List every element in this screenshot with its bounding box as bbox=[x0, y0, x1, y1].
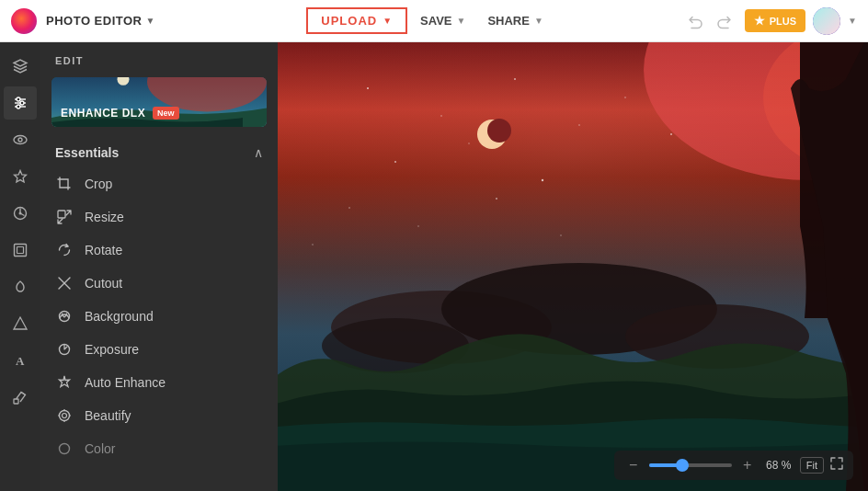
side-panel: EDIT ENHANCE DLX New bbox=[40, 42, 278, 491]
fullscreen-button[interactable] bbox=[829, 456, 844, 474]
svg-point-40 bbox=[542, 179, 543, 181]
main-area: A EDIT bbox=[0, 42, 868, 491]
svg-point-41 bbox=[348, 207, 350, 209]
avatar-arrow[interactable]: ▼ bbox=[848, 16, 857, 26]
svg-point-3 bbox=[20, 101, 24, 105]
svg-point-7 bbox=[18, 138, 22, 142]
undo-redo-group bbox=[682, 8, 737, 34]
zoom-out-button[interactable]: − bbox=[623, 455, 644, 475]
svg-point-6 bbox=[14, 136, 27, 144]
rotate-icon bbox=[55, 243, 74, 257]
svg-rect-14 bbox=[14, 399, 18, 404]
beautify-icon bbox=[55, 408, 74, 423]
auto-enhance-icon bbox=[55, 375, 74, 390]
tool-background[interactable]: Background bbox=[40, 300, 278, 333]
background-icon bbox=[55, 309, 74, 324]
background-label: Background bbox=[85, 309, 154, 324]
icon-bar-layers[interactable] bbox=[4, 50, 37, 83]
app-name-arrow[interactable]: ▼ bbox=[145, 16, 154, 26]
cutout-icon bbox=[55, 276, 74, 291]
banner-text: ENHANCE DLX bbox=[61, 107, 145, 120]
share-button[interactable]: SHARE ▼ bbox=[478, 7, 552, 34]
svg-point-9 bbox=[19, 212, 22, 215]
auto-enhance-label: Auto Enhance bbox=[85, 375, 166, 390]
tool-cutout[interactable]: Cutout bbox=[40, 267, 278, 300]
essentials-arrow: ∧ bbox=[254, 145, 263, 160]
header-center: UPLOAD ▼ SAVE ▼ SHARE ▼ bbox=[177, 7, 681, 34]
svg-point-42 bbox=[624, 97, 626, 98]
resize-label: Resize bbox=[85, 210, 124, 224]
tool-auto-enhance[interactable]: Auto Enhance bbox=[40, 366, 278, 399]
icon-bar-shapes[interactable] bbox=[4, 307, 37, 340]
banner-badge: New bbox=[153, 107, 179, 120]
avatar-image bbox=[813, 7, 840, 35]
icon-bar-adjustments[interactable] bbox=[4, 86, 37, 120]
zoom-value: 68 % bbox=[763, 459, 794, 472]
icon-bar-beauty[interactable] bbox=[4, 270, 37, 303]
svg-marker-12 bbox=[14, 317, 27, 329]
zoom-slider[interactable] bbox=[649, 463, 732, 467]
svg-point-44 bbox=[417, 225, 419, 227]
icon-bar-text[interactable]: A bbox=[4, 344, 37, 377]
header: PHOTO EDITOR ▼ UPLOAD ▼ SAVE ▼ SHARE ▼ bbox=[0, 0, 868, 42]
canvas-bg bbox=[278, 42, 868, 491]
zoom-slider-thumb[interactable] bbox=[676, 459, 689, 472]
header-right: ★ PLUS ▼ bbox=[682, 7, 857, 35]
tool-resize[interactable]: Resize bbox=[40, 200, 278, 234]
icon-bar-draw[interactable] bbox=[4, 381, 37, 414]
zoom-in-button[interactable]: + bbox=[737, 455, 758, 475]
crop-label: Crop bbox=[85, 177, 112, 191]
svg-rect-11 bbox=[17, 247, 24, 254]
fit-button[interactable]: Fit bbox=[800, 457, 824, 474]
svg-point-1 bbox=[17, 97, 20, 101]
svg-point-24 bbox=[63, 414, 67, 418]
app-name: PHOTO EDITOR bbox=[46, 14, 142, 28]
svg-text:A: A bbox=[16, 354, 25, 368]
icon-bar-favorites[interactable] bbox=[4, 160, 37, 193]
icon-bar-frames[interactable] bbox=[4, 234, 37, 267]
svg-point-37 bbox=[578, 124, 580, 126]
edit-label: EDIT bbox=[40, 42, 278, 74]
app-logo bbox=[11, 8, 37, 34]
crop-icon bbox=[55, 177, 74, 191]
cutout-label: Cutout bbox=[85, 276, 122, 291]
save-button[interactable]: SAVE ▼ bbox=[411, 7, 474, 34]
svg-point-46 bbox=[560, 234, 562, 236]
tool-beautify[interactable]: Beautify bbox=[40, 399, 278, 432]
color-icon bbox=[55, 441, 74, 456]
icon-bar: A bbox=[0, 42, 40, 491]
beautify-label: Beautify bbox=[85, 408, 131, 423]
tool-exposure[interactable]: Exposure bbox=[40, 333, 278, 366]
color-label: Color bbox=[85, 441, 115, 456]
icon-bar-effects[interactable] bbox=[4, 197, 37, 230]
svg-point-5 bbox=[17, 105, 20, 108]
svg-point-49 bbox=[487, 119, 511, 143]
enhance-banner[interactable]: ENHANCE DLX New bbox=[51, 77, 267, 127]
svg-point-47 bbox=[312, 244, 314, 246]
svg-point-45 bbox=[496, 198, 497, 200]
redo-button[interactable] bbox=[712, 8, 737, 34]
essentials-title: Essentials bbox=[55, 145, 119, 160]
svg-point-35 bbox=[440, 115, 442, 117]
svg-point-23 bbox=[60, 411, 70, 421]
undo-button[interactable] bbox=[682, 8, 708, 34]
essentials-header[interactable]: Essentials ∧ bbox=[40, 138, 278, 167]
exposure-label: Exposure bbox=[85, 342, 139, 357]
upload-button[interactable]: UPLOAD ▼ bbox=[306, 7, 407, 34]
svg-point-39 bbox=[468, 143, 470, 144]
tool-list: Crop Resize bbox=[40, 167, 278, 491]
svg-point-29 bbox=[60, 444, 70, 454]
avatar[interactable] bbox=[813, 7, 840, 35]
icon-bar-view[interactable] bbox=[4, 123, 37, 156]
svg-point-34 bbox=[367, 87, 369, 89]
tool-crop[interactable]: Crop bbox=[40, 167, 278, 200]
svg-point-43 bbox=[670, 133, 672, 135]
plus-button[interactable]: ★ PLUS bbox=[745, 9, 805, 32]
resize-icon bbox=[55, 210, 74, 224]
svg-point-36 bbox=[514, 78, 516, 80]
exposure-icon bbox=[55, 342, 74, 357]
svg-rect-18 bbox=[58, 211, 65, 218]
tool-rotate[interactable]: Rotate bbox=[40, 234, 278, 267]
svg-rect-10 bbox=[15, 245, 27, 257]
tool-color[interactable]: Color bbox=[40, 432, 278, 465]
